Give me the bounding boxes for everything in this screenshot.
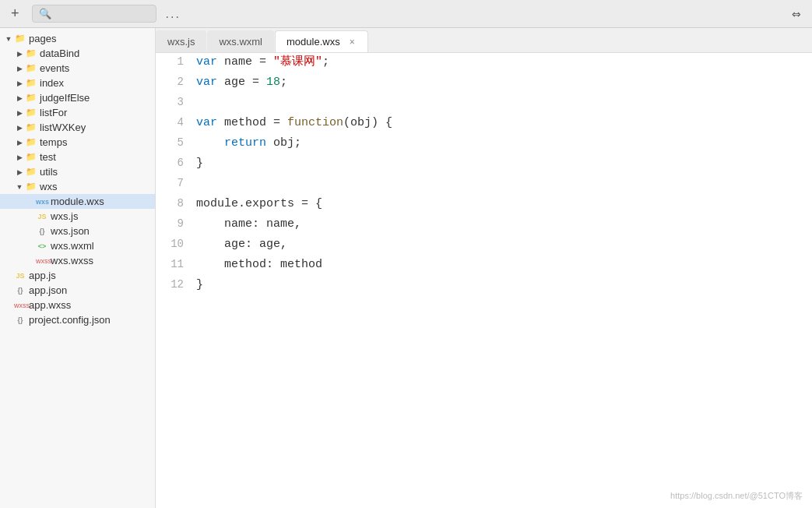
tab-label: module.wxs xyxy=(286,36,340,48)
sidebar-item-judgeIfElse[interactable]: ▶📁judgeIfElse xyxy=(0,90,155,105)
folder-icon: 📁 xyxy=(25,122,37,132)
sidebar-item-module-wxs-file[interactable]: wxsmodule.wxs xyxy=(0,194,155,209)
sidebar-item-project-config[interactable]: {}project.config.json xyxy=(0,312,155,327)
sidebar-item-utils[interactable]: ▶📁utils xyxy=(0,164,155,179)
tree-label: dataBind xyxy=(40,48,79,59)
sidebar-item-temps[interactable]: ▶📁temps xyxy=(0,135,155,150)
tree-label: utils xyxy=(40,166,58,178)
tab-module-wxs[interactable]: module.wxs× xyxy=(275,30,368,52)
tree-label: index xyxy=(40,77,64,89)
tree-label: app.json xyxy=(29,284,67,296)
line-number: 12 xyxy=(156,276,196,293)
code-token-plain: ; xyxy=(280,76,287,89)
line-content: var name = "慕课网"; xyxy=(196,53,812,72)
folder-icon: 📁 xyxy=(25,152,37,162)
tree-label: wxs.json xyxy=(51,225,90,237)
wxml-icon: <> xyxy=(36,242,48,250)
code-token-plain: ; xyxy=(322,55,329,69)
line-content: method: method xyxy=(196,256,812,274)
sidebar-item-pages[interactable]: ▼📁pages xyxy=(0,31,155,46)
line-content xyxy=(196,93,812,112)
folder-icon: 📁 xyxy=(25,182,37,192)
line-number: 7 xyxy=(156,175,196,192)
sidebar-item-wxs-wxss-file[interactable]: wxsswxs.wxss xyxy=(0,253,155,268)
tree-label: wxs.wxml xyxy=(51,240,94,252)
code-token-plain: age = xyxy=(217,76,266,89)
json-icon: {} xyxy=(14,316,26,324)
tab-wxs-js[interactable]: wxs.js xyxy=(156,30,206,52)
line-content: } xyxy=(196,154,812,173)
sidebar-item-wxs-js-file[interactable]: JSwxs.js xyxy=(0,209,155,224)
sidebar-item-listWXKey[interactable]: ▶📁listWXKey xyxy=(0,120,155,135)
folder-icon: 📁 xyxy=(25,93,37,103)
tab-label: wxs.wxml xyxy=(219,36,262,48)
code-token-plain: name: name, xyxy=(196,217,301,231)
sidebar-item-test[interactable]: ▶📁test xyxy=(0,150,155,164)
folder-icon: 📁 xyxy=(25,63,37,73)
code-token-plain: obj; xyxy=(266,136,301,150)
sidebar-item-wxs-json-file[interactable]: {}wxs.json xyxy=(0,224,155,238)
tree-label: temps xyxy=(40,136,67,148)
line-number: 9 xyxy=(156,215,196,232)
more-options-button[interactable]: ... xyxy=(166,7,181,21)
code-line-6: 6} xyxy=(156,154,812,175)
tree-arrow: ▶ xyxy=(14,139,25,146)
sidebar-item-listFor[interactable]: ▶📁listFor xyxy=(0,105,155,120)
add-button[interactable]: + xyxy=(8,4,23,23)
code-token-plain: } xyxy=(196,278,203,291)
tree-arrow: ▼ xyxy=(14,183,25,191)
js-icon: JS xyxy=(14,272,26,280)
code-line-3: 3 xyxy=(156,93,812,114)
tree-arrow: ▶ xyxy=(14,94,25,102)
code-token-str: "慕课网" xyxy=(273,55,322,69)
sidebar-item-dataBind[interactable]: ▶📁dataBind xyxy=(0,46,155,61)
split-editor-button[interactable]: ⇔ xyxy=(789,6,804,22)
tree-label: app.wxss xyxy=(29,299,71,311)
tab-close-button[interactable]: × xyxy=(348,37,357,48)
code-token-plain: age: age, xyxy=(196,238,287,251)
sidebar-item-events[interactable]: ▶📁events xyxy=(0,61,155,76)
toolbar-right: ⇔ xyxy=(789,6,804,22)
search-input[interactable] xyxy=(32,5,156,23)
sidebar-item-app-js[interactable]: JSapp.js xyxy=(0,268,155,283)
tree-label: listWXKey xyxy=(40,122,86,133)
tab-wxs-wxml[interactable]: wxs.wxml xyxy=(207,30,274,52)
tree-arrow: ▶ xyxy=(14,79,25,87)
line-content: var method = function(obj) { xyxy=(196,114,812,132)
sidebar-item-wxs-wxml-file[interactable]: <>wxs.wxml xyxy=(0,238,155,253)
code-line-11: 11 method: method xyxy=(156,256,812,276)
line-number: 10 xyxy=(156,235,196,252)
code-token-kw: var xyxy=(196,116,217,129)
file-explorer: ▼📁pages▶📁dataBind▶📁events▶📁index▶📁judgeI… xyxy=(0,28,156,508)
line-number: 8 xyxy=(156,195,196,212)
line-content: var age = 18; xyxy=(196,73,812,92)
editor-area: wxs.jswxs.wxmlmodule.wxs× 1var name = "慕… xyxy=(156,28,812,508)
line-number: 2 xyxy=(156,73,196,90)
line-content: } xyxy=(196,276,812,295)
code-token-plain: method = xyxy=(217,116,287,129)
sidebar-item-index[interactable]: ▶📁index xyxy=(0,76,155,90)
code-line-8: 8module.exports = { xyxy=(156,195,812,215)
line-content: age: age, xyxy=(196,235,812,254)
sidebar-item-wxs[interactable]: ▼📁wxs xyxy=(0,179,155,194)
code-line-1: 1var name = "慕课网"; xyxy=(156,53,812,73)
code-line-5: 5 return obj; xyxy=(156,134,812,154)
tree-label: events xyxy=(40,62,69,74)
sidebar-item-app-wxss[interactable]: wxssapp.wxss xyxy=(0,298,155,312)
line-content: name: name, xyxy=(196,215,812,234)
code-token-num: 18 xyxy=(266,76,280,89)
code-token-kw: var xyxy=(196,55,217,69)
line-number: 1 xyxy=(156,53,196,70)
code-token-kw: var xyxy=(196,76,217,89)
folder-icon: 📁 xyxy=(25,48,37,58)
code-token-plain: name = xyxy=(217,55,273,69)
folder-icon: 📁 xyxy=(25,78,37,88)
code-editor[interactable]: 1var name = "慕课网";2var age = 18;3 4var m… xyxy=(156,53,812,508)
json-icon: {} xyxy=(14,287,26,295)
tab-label: wxs.js xyxy=(167,36,195,48)
wxss-icon: wxss xyxy=(36,257,48,265)
line-content: return obj; xyxy=(196,134,812,153)
sidebar-item-app-json[interactable]: {}app.json xyxy=(0,283,155,298)
tree-label: wxs.wxss xyxy=(51,255,93,266)
tree-label: module.wxs xyxy=(51,196,104,207)
